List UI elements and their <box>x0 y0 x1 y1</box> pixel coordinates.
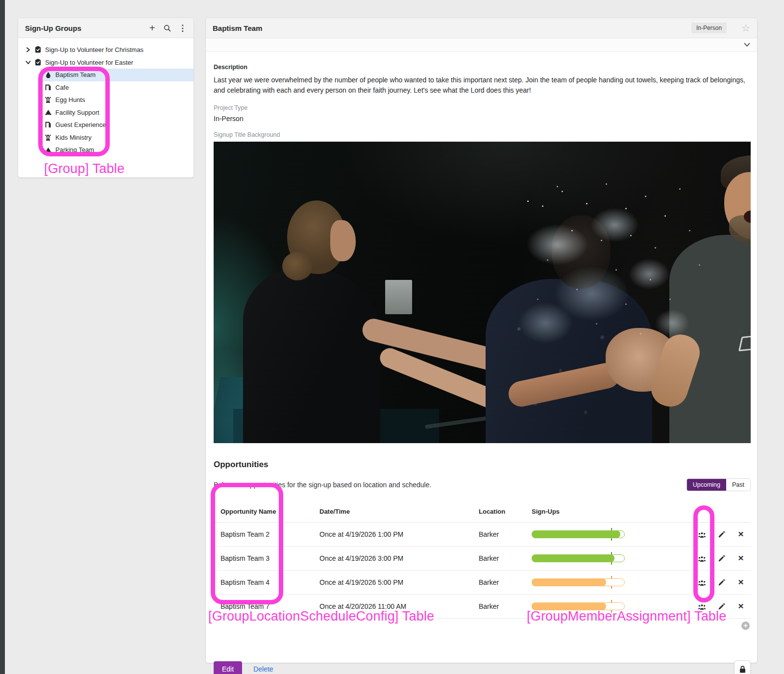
signups-progress-cell <box>532 571 692 595</box>
tree-item-label: Facility Support <box>55 109 99 116</box>
signups-progress-cell <box>532 595 692 619</box>
lock-icon <box>739 666 746 673</box>
opportunity-location: Barker <box>479 547 532 571</box>
toggle-upcoming[interactable]: Upcoming <box>687 479 726 491</box>
col-sign-ups: Sign-Ups <box>532 502 692 523</box>
delete-x-icon[interactable]: ✕ <box>738 554 744 562</box>
table-row: Baptism Team 3 Once at 4/19/2026 3:00 PM… <box>214 547 751 571</box>
edit-pencil-icon[interactable] <box>718 579 725 586</box>
upcoming-past-toggle: Upcoming Past <box>686 478 751 491</box>
tree-item-egg-hunts[interactable]: Egg Hunts <box>18 94 194 106</box>
opportunity-datetime: Once at 4/20/2026 11:00 AM <box>319 595 479 619</box>
tree-item-christmas[interactable]: Sign-Up to Volunteer for Christmas <box>18 43 194 56</box>
table-row: Baptism Team 4 Once at 4/19/2026 5:00 PM… <box>214 571 751 595</box>
members-icon[interactable] <box>698 532 706 538</box>
signups-progress-bar <box>532 578 625 586</box>
door-icon <box>45 84 51 91</box>
opportunities-table: Opportunity Name Date/Time Location Sign… <box>214 502 751 619</box>
signups-progress-bar <box>532 554 625 562</box>
members-icon[interactable] <box>698 604 706 610</box>
tree-item-label: Sign-Up to Volunteer for Christmas <box>45 46 144 53</box>
church-icon <box>45 147 51 153</box>
baptism-photo <box>214 142 751 443</box>
project-type-label: Project Type <box>214 104 751 111</box>
edit-pencil-icon[interactable] <box>718 555 725 562</box>
signup-groups-header: Sign-Up Groups + ⋮ <box>18 18 194 38</box>
progress-fill <box>532 602 606 610</box>
chevron-down-icon[interactable] <box>24 59 31 66</box>
progress-fill <box>532 554 614 562</box>
opportunity-location: Barker <box>479 595 532 619</box>
delete-x-icon[interactable]: ✕ <box>738 530 744 538</box>
signup-groups-title: Sign-Up Groups <box>25 24 81 32</box>
tree-item-label: Sign-Up to Volunteer for Easter <box>45 59 133 66</box>
search-icon[interactable] <box>163 24 172 32</box>
members-icon[interactable] <box>698 580 706 586</box>
signup-groups-panel: Sign-Up Groups + ⋮ Sign-Up to Volunteer … <box>18 18 194 177</box>
opportunity-name: Baptism Team 2 <box>214 523 319 547</box>
tree-item-label: Kids Ministry <box>55 134 92 141</box>
add-opportunity-icon[interactable]: + <box>741 622 750 630</box>
church-icon <box>45 109 51 116</box>
tree-item-kids-ministry[interactable]: Kids Ministry <box>18 131 194 144</box>
description-label: Description <box>214 64 751 71</box>
chevron-right-icon[interactable] <box>24 46 31 53</box>
tree-item-label: Egg Hunts <box>55 96 85 103</box>
signups-progress-bar <box>532 602 625 610</box>
table-row: Baptism Team 7 Once at 4/20/2026 11:00 A… <box>214 595 751 619</box>
project-type-value: In-Person <box>214 115 751 123</box>
tree-item-cafe[interactable]: Cafe <box>18 81 194 94</box>
signups-progress-cell <box>532 523 692 547</box>
page-title: Baptism Team <box>213 24 262 32</box>
tree-item-parking-team[interactable]: Parking Team <box>18 144 194 156</box>
kebab-menu-icon[interactable]: ⋮ <box>178 24 187 32</box>
person-arms-up-icon <box>45 134 51 141</box>
collapse-chevron-icon[interactable] <box>744 43 750 47</box>
opportunity-datetime: Once at 4/19/2026 5:00 PM <box>319 571 479 595</box>
edit-pencil-icon[interactable] <box>718 603 725 610</box>
progress-fill <box>532 578 606 586</box>
clipboard-icon <box>34 59 41 66</box>
tree-item-label: Cafe <box>55 84 69 91</box>
lock-button[interactable] <box>734 660 751 674</box>
signups-progress-cell <box>532 547 692 571</box>
tree-item-baptism-team[interactable]: Baptism Team <box>18 69 194 81</box>
members-icon[interactable] <box>698 556 706 562</box>
collapse-bar <box>206 38 757 52</box>
col-date-time: Date/Time <box>319 502 479 523</box>
person-arms-up-icon <box>45 97 51 103</box>
tree-item-label: Baptism Team <box>55 71 96 78</box>
edit-pencil-icon[interactable] <box>718 531 725 538</box>
opportunity-location: Barker <box>479 523 532 547</box>
droplet-icon <box>45 72 51 78</box>
opportunity-name: Baptism Team 3 <box>214 547 319 571</box>
door-icon <box>45 122 51 128</box>
toggle-past[interactable]: Past <box>726 479 750 491</box>
progress-fill <box>532 530 620 538</box>
table-row: Baptism Team 2 Once at 4/19/2026 1:00 PM… <box>214 523 751 547</box>
opportunity-name: Baptism Team 7 <box>214 595 319 619</box>
opportunity-datetime: Once at 4/19/2026 3:00 PM <box>319 547 479 571</box>
group-tree: Sign-Up to Volunteer for Christmas Sign-… <box>18 38 194 156</box>
tree-item-label: Guest Experience <box>55 121 106 128</box>
in-person-badge: In-Person <box>691 23 727 33</box>
tree-item-guest-experience[interactable]: Guest Experience <box>18 119 194 131</box>
opportunities-heading: Opportunities <box>214 460 751 470</box>
opportunity-location: Barker <box>479 571 532 595</box>
baptism-team-panel: Baptism Team In-Person ☆ Description Las… <box>206 18 757 663</box>
opportunities-subtext: Below are opportunities for the sign-up … <box>214 481 431 489</box>
delete-x-icon[interactable]: ✕ <box>738 578 744 586</box>
edit-button[interactable]: Edit <box>214 661 242 674</box>
opportunity-name: Baptism Team 4 <box>214 571 319 595</box>
delete-link[interactable]: Delete <box>253 665 273 673</box>
opportunity-datetime: Once at 4/19/2026 1:00 PM <box>319 523 479 547</box>
tree-item-easter[interactable]: Sign-Up to Volunteer for Easter <box>18 56 194 69</box>
group-table-annotation-label: [Group] Table <box>44 161 124 176</box>
tree-item-label: Parking Team <box>55 146 94 153</box>
description-text: Last year we were overwhelmed by the num… <box>214 75 750 96</box>
delete-x-icon[interactable]: ✕ <box>738 602 744 610</box>
add-group-icon[interactable]: + <box>148 24 156 32</box>
tree-item-facility-support[interactable]: Facility Support <box>18 106 194 119</box>
main-header: Baptism Team In-Person ☆ <box>206 18 757 38</box>
star-icon[interactable]: ☆ <box>741 23 750 33</box>
